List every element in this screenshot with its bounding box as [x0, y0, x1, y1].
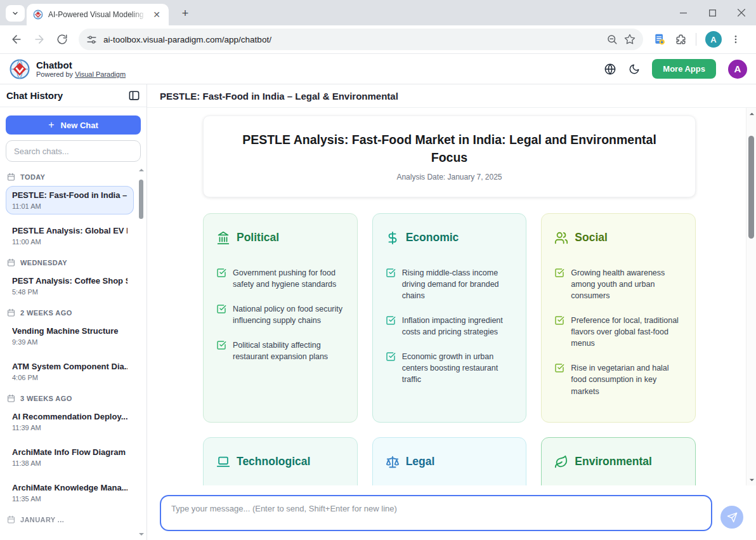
chat-item-time: 11:00 AM [12, 238, 127, 246]
reading-list-icon[interactable] [653, 33, 666, 46]
chat-item-time: 4:06 PM [12, 374, 127, 381]
chat-history-item[interactable]: PEST Analysis: Coffee Shop S...5:48 PM [6, 272, 134, 300]
chat-item-title: PESTLE Analysis: Global EV In... [12, 226, 127, 235]
chat-history-item[interactable]: PESTLE: Fast-Food in India – ...11:01 AM [6, 186, 134, 214]
card-title: Economic [406, 231, 459, 244]
card-title: Technological [237, 455, 310, 468]
card-title: Environmental [575, 455, 652, 468]
factor-text: Inflation impacting ingredient costs and… [402, 315, 514, 338]
chat-item-title: ArchiMate Knowledge Mana... [12, 483, 127, 492]
dark-mode-moon-icon[interactable] [629, 63, 640, 75]
sidebar-scrollbar[interactable] [138, 167, 145, 537]
app-title: Chatbot [36, 60, 126, 70]
factor-item: Political stability affecting restaurant… [216, 339, 344, 362]
browser-profile-avatar[interactable]: A [705, 31, 722, 48]
message-composer [147, 485, 756, 540]
calendar-icon [7, 515, 15, 524]
bank-icon [216, 231, 230, 245]
pestle-cards-grid: PoliticalGovernment pushing for food saf… [203, 213, 696, 485]
chat-group-header: 2 WEEKS AGO [7, 308, 134, 317]
window-minimize-button[interactable] [668, 0, 698, 25]
powered-by: Powered by Visual Paradigm [36, 70, 126, 78]
language-globe-icon[interactable] [604, 63, 616, 76]
back-button[interactable] [6, 29, 27, 49]
user-avatar[interactable]: A [728, 60, 747, 79]
search-chats-input[interactable] [6, 140, 141, 162]
factor-item: Rising middle-class income driving deman… [386, 267, 514, 301]
send-button[interactable] [720, 506, 743, 529]
chat-content: PESTLE Analysis: Fast-Food Market in Ind… [147, 108, 756, 485]
laptop-icon [216, 455, 230, 469]
check-square-icon [386, 267, 396, 278]
chat-history-item[interactable]: PESTLE Analysis: Global EV In...11:00 AM [6, 221, 134, 250]
content-scroll-thumb[interactable] [748, 136, 754, 239]
factor-item: Growing health awareness among youth and… [554, 267, 682, 301]
scroll-down-icon[interactable] [746, 475, 756, 484]
chat-group-header: 3 WEEKS AGO [7, 394, 134, 402]
browser-menu-kebab-icon[interactable] [731, 34, 741, 44]
factor-text: Growing health awareness among youth and… [571, 267, 682, 301]
factor-text: Government pushing for food safety and h… [233, 267, 344, 290]
factor-text: Rise in vegetarian and halal food consum… [571, 362, 682, 397]
pestle-card-environmental: Environmental [541, 437, 696, 485]
factor-item: Rise in vegetarian and halal food consum… [554, 362, 682, 397]
reload-button[interactable] [52, 29, 72, 49]
factor-text: Preference for local, traditional flavor… [571, 315, 682, 349]
scroll-up-icon[interactable] [138, 167, 145, 173]
dollar-icon [386, 231, 400, 245]
new-chat-button[interactable]: +New Chat [6, 115, 141, 135]
calendar-icon [7, 394, 15, 402]
toolbar-separator [696, 33, 696, 46]
collapse-sidebar-icon[interactable] [128, 89, 140, 102]
visual-paradigm-logo [9, 58, 30, 80]
window-maximize-button[interactable] [698, 0, 727, 25]
scroll-up-icon[interactable] [746, 109, 756, 118]
card-title: Social [575, 231, 608, 244]
chat-item-time: 11:35 AM [12, 495, 127, 503]
chat-history-item[interactable]: ArchiMate Info Flow Diagram11:38 AM [6, 443, 134, 471]
reload-icon [56, 34, 68, 45]
content-scrollbar[interactable] [746, 108, 756, 485]
chat-group-label: TODAY [20, 173, 45, 181]
chat-history-item[interactable]: ArchiMate Knowledge Mana...11:35 AM [6, 478, 134, 507]
leaf-icon [554, 455, 568, 469]
chat-history-item[interactable]: Vending Machine Structure9:39 AM [6, 322, 134, 350]
url-text: ai-toolbox.visual-paradigm.com/app/chatb… [103, 35, 600, 44]
more-apps-button[interactable]: More Apps [652, 59, 716, 79]
bookmark-star-icon[interactable] [624, 34, 635, 45]
zoom-out-icon[interactable] [606, 34, 618, 45]
pestle-card-social: SocialGrowing health awareness among you… [541, 213, 696, 423]
factor-text: Rising middle-class income driving deman… [402, 267, 514, 301]
window-close-button[interactable] [727, 0, 756, 25]
check-square-icon [216, 267, 226, 278]
calendar-icon [7, 258, 15, 267]
chat-history-item[interactable]: ATM System Component Dia...4:06 PM [6, 357, 134, 386]
factor-item: Economic growth in urban centers boostin… [386, 351, 514, 385]
check-square-icon [386, 351, 396, 362]
chat-item-time: 11:38 AM [12, 459, 127, 467]
address-bar[interactable]: ai-toolbox.visual-paradigm.com/app/chatb… [79, 29, 643, 50]
factor-text: National policy on food security influen… [233, 303, 344, 326]
chat-group-label: JANUARY ... [20, 516, 64, 524]
browser-tab[interactable]: AI-Powered Visual Modeling Ch ✕ [27, 4, 169, 25]
visual-paradigm-link[interactable]: Visual Paradigm [75, 70, 126, 78]
browser-toolbar: ai-toolbox.visual-paradigm.com/app/chatb… [0, 25, 756, 54]
tab-search-button[interactable] [6, 5, 25, 22]
chat-history-item[interactable]: AI Recommendation Deploy...11:39 AM [6, 407, 134, 436]
tab-close-icon[interactable]: ✕ [151, 9, 162, 20]
chat-group-header: TODAY [7, 173, 134, 181]
factor-item: Inflation impacting ingredient costs and… [386, 315, 514, 338]
check-square-icon [554, 315, 564, 326]
new-tab-button[interactable]: + [178, 6, 193, 21]
card-title: Legal [406, 455, 435, 468]
check-square-icon [216, 303, 226, 314]
message-input[interactable] [160, 495, 712, 531]
analysis-title: PESTLE Analysis: Fast-Food Market in Ind… [223, 131, 676, 167]
back-arrow-icon [10, 33, 23, 46]
forward-button[interactable] [29, 29, 49, 49]
scroll-down-icon[interactable] [138, 531, 145, 537]
analysis-title-card: PESTLE Analysis: Fast-Food Market in Ind… [203, 115, 696, 197]
scales-icon [386, 455, 400, 469]
extensions-puzzle-icon[interactable] [675, 34, 687, 46]
sidebar-scroll-thumb[interactable] [139, 180, 143, 219]
